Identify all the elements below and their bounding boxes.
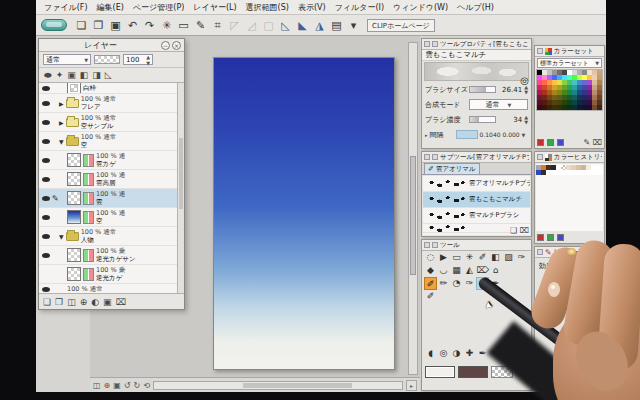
magic-wand-tool-icon[interactable]: ✳ [463, 251, 476, 264]
trim-icon[interactable]: ◿ [244, 20, 259, 31]
layer-row[interactable]: 100 % 通空 [39, 208, 177, 227]
menu-item[interactable]: 編集(E) [97, 2, 124, 13]
snap-special-ruler-icon[interactable]: ◣ [295, 20, 310, 31]
frame-tool-icon[interactable]: ⌂ [489, 264, 502, 277]
decoration-tool-icon[interactable]: ◎ [437, 347, 450, 360]
vertical-scrollbar[interactable] [408, 42, 418, 375]
airbrush2-tool-icon[interactable]: ◖ [424, 347, 437, 360]
eye-icon[interactable] [42, 253, 50, 258]
panel-tab-icon[interactable] [537, 249, 543, 255]
move-tool-icon[interactable]: ▶ [437, 251, 450, 264]
layer-row[interactable]: ✎100 % 通雲 [39, 189, 177, 208]
sub-tool-group-tab[interactable]: ✐雲アオリマル [424, 163, 480, 174]
brush-size-slider[interactable] [469, 86, 496, 93]
panel-tab-icon[interactable] [424, 154, 430, 160]
eraser-tool-icon[interactable]: ⌦ [476, 264, 489, 277]
eye-icon[interactable] [42, 120, 50, 125]
menu-item[interactable]: フィルター(I) [335, 2, 384, 13]
layer-folder-row[interactable]: ▶100 % 通常フレア [39, 94, 177, 113]
pattern-tool-icon[interactable]: ▦ [450, 264, 463, 277]
transform-icon[interactable]: ⌗ [210, 20, 225, 31]
pen-tool-icon[interactable]: ✐ [476, 251, 489, 264]
material-icon[interactable]: ▤ [329, 20, 344, 31]
layer-row[interactable]: 100 % 通常 [39, 284, 177, 294]
marquee-tool-icon[interactable]: ▭ [450, 251, 463, 264]
eye-icon[interactable] [42, 139, 50, 144]
close-icon[interactable]: × [172, 41, 181, 50]
correction-tool-icon[interactable]: ✚ [463, 347, 476, 360]
gradient-tool-icon[interactable]: ◧ [489, 251, 502, 264]
stepper-icon[interactable]: ▲▼ [524, 115, 528, 125]
layer-folder-row[interactable]: ▶100 % 通常空サンプル [39, 113, 177, 132]
layer-row[interactable]: 100 % 乗逆光カゲ [39, 265, 177, 284]
expander-icon[interactable]: ▸ [425, 132, 428, 138]
sub-tool-mini-icons[interactable]: ❏ ⌧ [510, 226, 529, 235]
menu-item[interactable]: ファイル(F) [44, 2, 88, 13]
expand-arrow-icon[interactable]: ▶ [59, 119, 64, 126]
panel-tab-icon[interactable] [424, 41, 430, 47]
zoom-in-icon[interactable]: ⊕ [104, 381, 111, 390]
footer-color-chip[interactable] [557, 234, 564, 241]
canvas-page[interactable] [213, 57, 395, 370]
panel-pin-icon[interactable] [432, 154, 438, 160]
snap-ruler-icon[interactable]: ◺ [278, 20, 293, 31]
new-folder-icon[interactable]: ❐ [55, 297, 63, 307]
marker-pen-tool-icon[interactable]: ✐ [424, 277, 437, 290]
reset-rotation-icon[interactable]: ⟲ [143, 381, 150, 390]
footer-color-chip[interactable] [537, 139, 544, 146]
extra-pen-tool-icon[interactable]: ✐ [424, 290, 437, 303]
lock-icon[interactable]: ▣ [67, 70, 76, 80]
panel-pin-icon[interactable] [432, 242, 438, 248]
footer-color-chip[interactable] [557, 139, 564, 146]
layers-scrollbar[interactable] [177, 83, 184, 293]
foreground-color-chip[interactable] [425, 366, 455, 378]
footer-color-chip[interactable] [537, 234, 544, 241]
color-set-preset-dropdown[interactable]: 標準カラーセット▼ [537, 58, 602, 68]
spacing-selected-swatch[interactable] [456, 130, 478, 139]
layer-row[interactable]: 100 % 乗逆光カゲサン [39, 246, 177, 265]
panel-tab-icon[interactable] [537, 154, 543, 160]
brush-density-slider[interactable] [469, 116, 496, 123]
rotate-right-icon[interactable]: ↻ [134, 381, 141, 390]
menu-item[interactable]: 表示(V) [298, 2, 326, 13]
selection-launcher-icon[interactable]: ▭ [176, 20, 191, 31]
ruler-tool-icon[interactable]: ◭ [463, 264, 476, 277]
duplicate-layer-icon[interactable]: ◫ [67, 297, 76, 307]
color-swatch[interactable] [597, 105, 602, 110]
layer-folder-row[interactable]: ▼100 % 通常空 [39, 132, 177, 151]
footer-icons[interactable]: ✎ ⌧ [584, 138, 602, 147]
panel-tab-icon[interactable] [537, 48, 543, 54]
fit-screen-icon[interactable]: ◫ [93, 381, 101, 390]
blend-mode-dropdown[interactable]: 通常▼ [469, 99, 528, 110]
tone-tool-icon[interactable]: ▨ [502, 251, 515, 264]
fill-tool-icon[interactable]: ◆ [424, 264, 437, 277]
snap-grid-icon[interactable]: ◮ [312, 20, 327, 31]
eye-icon[interactable] [42, 158, 50, 163]
background-color-chip[interactable] [458, 366, 488, 378]
expand-arrow-icon[interactable]: ▼ [59, 138, 64, 145]
menu-item[interactable]: ページ管理(P) [133, 2, 184, 13]
expand-arrow-icon[interactable]: ▶ [59, 100, 64, 107]
horizontal-scrollbar-thumb[interactable] [243, 383, 352, 388]
undo-icon[interactable]: ↶ [125, 20, 140, 31]
open-file-icon[interactable]: ❐ [91, 20, 106, 31]
tone-icon[interactable]: ◐ [91, 297, 99, 307]
panel-pin-icon[interactable] [432, 41, 438, 47]
clip-homepage-button[interactable]: CLIPホームページ [367, 19, 435, 32]
blend-tool-icon[interactable]: ◔ [450, 277, 463, 290]
panel-tab-icon[interactable] [424, 242, 430, 248]
menu-item[interactable]: ウィンドウ(W) [393, 2, 448, 13]
eye-icon[interactable] [42, 86, 50, 91]
pencil-tool-icon[interactable]: ✏ [437, 277, 450, 290]
merge-down-icon[interactable]: ⊕ [80, 297, 88, 307]
layers-scrollbar-thumb[interactable] [179, 138, 183, 209]
minimize-icon[interactable]: − [161, 41, 170, 50]
horizontal-scrollbar[interactable] [153, 381, 403, 390]
sub-tool-item[interactable]: 雲アオリマルチPブラシ 2 [423, 176, 530, 192]
selection-pen-icon[interactable]: ✎ [193, 20, 208, 31]
stepper-icon[interactable]: ▲▼ [524, 85, 528, 95]
menu-item[interactable]: レイヤー(L) [193, 2, 236, 13]
layer-folder-row[interactable]: ▼100 % 通常人物 [39, 227, 177, 246]
layer-row[interactable]: 100 % 通雲高層 [39, 170, 177, 189]
ruler-visibility-icon[interactable]: ◺ [105, 70, 112, 80]
